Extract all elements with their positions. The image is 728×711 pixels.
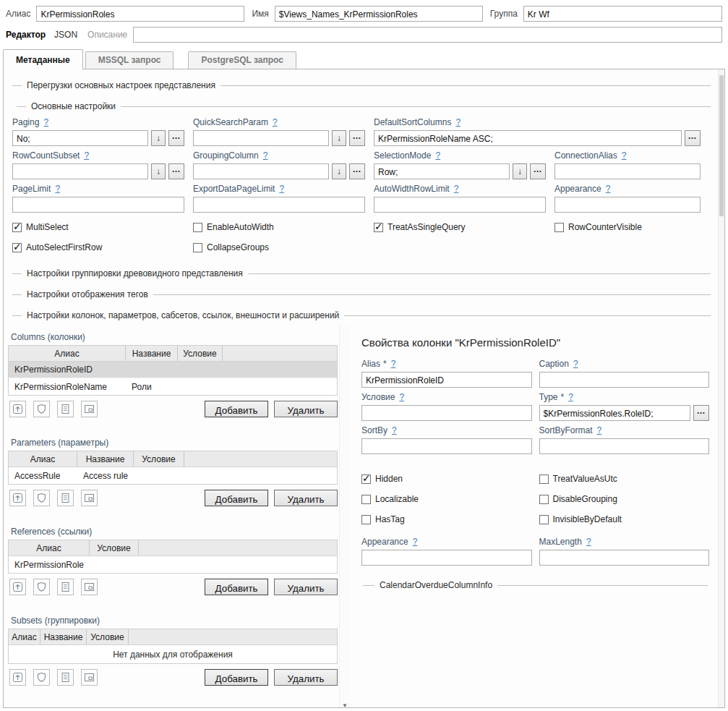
quick-search-insert-button[interactable]: ↓ bbox=[332, 130, 346, 146]
row-count-subset-input[interactable] bbox=[12, 163, 148, 179]
document-button[interactable] bbox=[57, 490, 74, 506]
main-scrollbar-track[interactable] bbox=[718, 69, 724, 707]
row-count-subset-insert-button[interactable]: ↓ bbox=[151, 163, 166, 179]
prop-sortbyformat-input[interactable] bbox=[539, 438, 710, 454]
security-button[interactable] bbox=[33, 490, 50, 506]
treat-as-single-query-checkbox[interactable]: ✓ TreatAsSingleQuery bbox=[374, 222, 466, 232]
has-tag-checkbox[interactable]: ✓ HasTag bbox=[361, 514, 405, 524]
security-button[interactable] bbox=[33, 401, 50, 417]
grouping-column-more-button[interactable]: … bbox=[349, 163, 365, 179]
main-scrollbar-thumb[interactable] bbox=[719, 75, 724, 216]
connection-alias-input[interactable] bbox=[554, 163, 701, 179]
help-link[interactable]: ? bbox=[263, 150, 268, 161]
move-up-button[interactable] bbox=[9, 490, 26, 506]
alias-input[interactable] bbox=[36, 6, 244, 22]
security-button[interactable] bbox=[33, 669, 50, 686]
document-button[interactable] bbox=[57, 669, 74, 686]
enable-auto-width-checkbox[interactable]: ✓ EnableAutoWidth bbox=[193, 222, 274, 232]
quick-search-more-button[interactable]: … bbox=[349, 130, 365, 146]
columns-remove-button[interactable]: Удалить bbox=[274, 401, 338, 417]
grouping-column-insert-button[interactable]: ↓ bbox=[332, 163, 346, 179]
reference-row[interactable]: KrPermissionRole bbox=[9, 556, 337, 573]
invisible-by-default-checkbox[interactable]: ✓ InvisibleByDefault bbox=[539, 514, 622, 524]
help-link[interactable]: ? bbox=[273, 117, 278, 127]
auto-select-first-row-checkbox[interactable]: ✓ AutoSelectFirstRow bbox=[12, 242, 102, 252]
prop-type-more-button[interactable]: … bbox=[693, 405, 709, 421]
export-data-page-limit-input[interactable] bbox=[193, 197, 365, 213]
frame-button[interactable] bbox=[81, 401, 98, 417]
tab-postgresql-query[interactable]: PostgreSQL запрос bbox=[188, 51, 296, 69]
collapse-groups-checkbox[interactable]: ✓ CollapseGroups bbox=[193, 242, 269, 252]
help-link[interactable]: ? bbox=[392, 425, 397, 435]
help-link[interactable]: ? bbox=[84, 150, 89, 161]
help-link[interactable]: ? bbox=[391, 359, 396, 369]
move-up-button[interactable] bbox=[9, 401, 26, 417]
security-button[interactable] bbox=[33, 579, 50, 595]
help-link[interactable]: ? bbox=[606, 184, 611, 194]
editor-button[interactable]: Редактор bbox=[6, 30, 46, 40]
disable-grouping-checkbox[interactable]: ✓ DisableGrouping bbox=[539, 494, 617, 504]
frame-button[interactable] bbox=[81, 490, 98, 506]
prop-caption-input[interactable] bbox=[539, 372, 710, 388]
prop-alias-input[interactable] bbox=[361, 372, 532, 388]
help-link[interactable]: ? bbox=[399, 392, 404, 402]
default-sort-columns-input[interactable] bbox=[374, 130, 682, 146]
tab-mssql-query[interactable]: MSSQL запрос bbox=[85, 51, 174, 69]
parameter-row[interactable]: AccessRule Access rule bbox=[9, 467, 337, 484]
help-link[interactable]: ? bbox=[597, 425, 602, 435]
help-link[interactable]: ? bbox=[413, 537, 418, 547]
auto-width-row-limit-input[interactable] bbox=[374, 197, 546, 213]
prop-type-input[interactable] bbox=[539, 405, 691, 421]
frame-button[interactable] bbox=[81, 579, 98, 595]
help-link[interactable]: ? bbox=[455, 117, 461, 127]
subsets-add-button[interactable]: Добавить bbox=[205, 669, 268, 686]
localizable-checkbox[interactable]: ✓ Localizable bbox=[361, 494, 419, 504]
help-link[interactable]: ? bbox=[454, 184, 459, 194]
default-sort-columns-more-button[interactable]: … bbox=[685, 130, 701, 146]
document-button[interactable] bbox=[57, 401, 74, 417]
paging-more-button[interactable]: … bbox=[168, 130, 184, 146]
selection-mode-more-button[interactable]: … bbox=[530, 163, 546, 179]
prop-sortby-input[interactable] bbox=[361, 438, 532, 454]
move-up-button[interactable] bbox=[9, 579, 26, 595]
help-link[interactable]: ? bbox=[43, 117, 48, 127]
row-counter-visible-checkbox[interactable]: ✓ RowCounterVisible bbox=[554, 222, 642, 232]
description-input[interactable] bbox=[133, 27, 722, 43]
page-limit-input[interactable] bbox=[12, 197, 184, 213]
hidden-checkbox[interactable]: ✓ Hidden bbox=[361, 474, 403, 484]
json-button[interactable]: JSON bbox=[54, 30, 77, 40]
help-link[interactable]: ? bbox=[435, 150, 440, 161]
row-count-subset-more-button[interactable]: … bbox=[168, 163, 184, 179]
references-add-button[interactable]: Добавить bbox=[205, 579, 268, 595]
tab-metadata[interactable]: Метаданные bbox=[3, 49, 83, 69]
name-input[interactable] bbox=[275, 6, 483, 22]
help-link[interactable]: ? bbox=[279, 184, 284, 194]
references-remove-button[interactable]: Удалить bbox=[274, 579, 338, 595]
parameters-add-button[interactable]: Добавить bbox=[205, 490, 268, 506]
help-link[interactable]: ? bbox=[622, 150, 627, 161]
frame-button[interactable] bbox=[81, 669, 98, 686]
multiselect-checkbox[interactable]: ✓ MultiSelect bbox=[12, 222, 69, 232]
paging-input[interactable] bbox=[12, 130, 148, 146]
prop-appearance-input[interactable] bbox=[361, 550, 532, 566]
parameters-remove-button[interactable]: Удалить bbox=[274, 490, 338, 506]
paging-insert-button[interactable]: ↓ bbox=[151, 130, 166, 146]
help-link[interactable]: ? bbox=[55, 184, 60, 194]
prop-maxlength-input[interactable] bbox=[539, 550, 710, 566]
prop-condition-input[interactable] bbox=[361, 405, 532, 421]
appearance-input[interactable] bbox=[554, 197, 701, 213]
help-link[interactable]: ? bbox=[586, 537, 591, 547]
column-row-selected[interactable]: KrPermissionRoleID bbox=[9, 362, 337, 378]
scroll-down-icon[interactable]: ▼ bbox=[341, 700, 349, 707]
group-input[interactable] bbox=[523, 6, 722, 22]
quick-search-param-input[interactable] bbox=[193, 130, 329, 146]
treat-value-as-utc-checkbox[interactable]: ✓ TreatValueAsUtc bbox=[539, 474, 617, 484]
column-row[interactable]: KrPermissionRoleName Роли bbox=[9, 378, 337, 395]
left-pane-scrollbar[interactable]: ▼ bbox=[339, 325, 350, 707]
columns-add-button[interactable]: Добавить bbox=[205, 401, 268, 417]
subsets-remove-button[interactable]: Удалить bbox=[274, 669, 338, 686]
selection-mode-insert-button[interactable]: ↓ bbox=[513, 163, 527, 179]
document-button[interactable] bbox=[57, 579, 74, 595]
help-link[interactable]: ? bbox=[573, 359, 578, 369]
move-up-button[interactable] bbox=[9, 669, 26, 686]
